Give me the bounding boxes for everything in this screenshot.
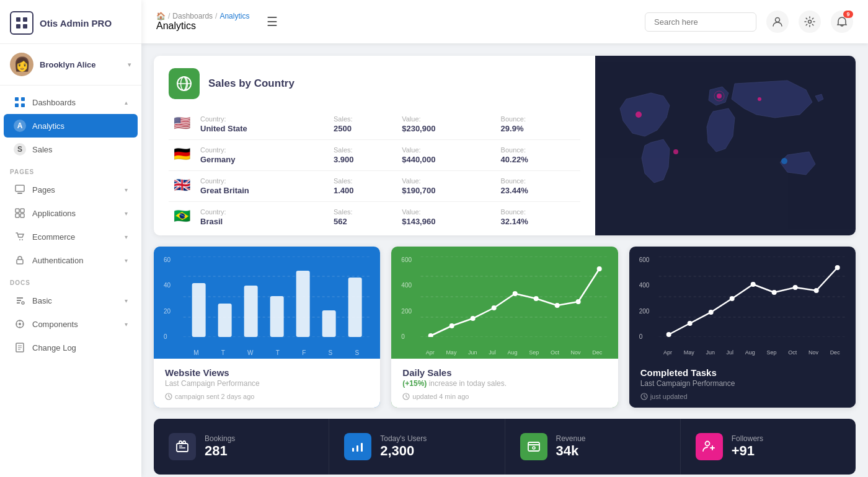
settings-button[interactable] — [799, 11, 821, 33]
svg-point-73 — [835, 265, 839, 270]
svg-rect-0 — [16, 17, 20, 22]
sidebar-item-ecommerce[interactable]: Ecommerce ▾ — [4, 225, 138, 248]
country-value-cell: Value: $143,960 — [397, 202, 495, 233]
svg-rect-6 — [15, 103, 19, 107]
svg-point-55 — [534, 296, 539, 301]
components-icon — [14, 318, 26, 330]
sidebar-item-analytics[interactable]: A Analytics — [4, 114, 138, 138]
completed-tasks-y-labels: 600 400 200 0 — [639, 256, 650, 340]
sidebar-item-applications[interactable]: Applications ▾ — [4, 201, 138, 225]
sidebar-user[interactable]: 👩 Brooklyn Alice ▾ — [0, 44, 141, 85]
svg-rect-9 — [17, 193, 22, 194]
svg-point-57 — [576, 299, 581, 304]
followers-icon — [696, 433, 723, 460]
stat-bookings: Bookings 281 — [154, 419, 329, 475]
svg-point-31 — [673, 149, 678, 154]
svg-point-26 — [636, 112, 642, 118]
svg-point-56 — [555, 303, 560, 308]
svg-rect-40 — [270, 296, 284, 337]
bookings-icon — [169, 433, 196, 460]
daily-sales-footer: Daily Sales (+15%) increase in today sal… — [391, 359, 618, 408]
table-row: 🇩🇪 Country: Germany Sales: 3.900 Value: … — [169, 140, 580, 171]
bookings-value: 281 — [205, 443, 235, 459]
website-views-card: 60 40 20 0 — [154, 247, 380, 408]
user-profile-button[interactable] — [766, 11, 789, 33]
sidebar-item-components[interactable]: Components ▾ — [4, 312, 138, 336]
svg-rect-43 — [348, 278, 362, 337]
country-flag: 🇩🇪 — [169, 140, 195, 171]
svg-point-14 — [19, 239, 20, 240]
svg-point-21 — [776, 18, 780, 22]
today-users-value: 2,300 — [380, 443, 427, 459]
country-flag: 🇺🇸 — [169, 109, 195, 140]
country-bounce-cell: Bounce: 29.9% — [496, 109, 580, 140]
daily-sales-subtitle: (+15%) increase in today sales. — [402, 379, 606, 388]
sidebar-dashboards-label: Dashboards — [32, 98, 118, 107]
sidebar-item-sales[interactable]: S Sales — [4, 138, 138, 161]
revenue-value: 34k — [556, 443, 586, 459]
sidebar: Otis Admin PRO 👩 Brooklyn Alice ▾ Dashbo… — [0, 0, 141, 477]
sales-country-title: Sales by Country — [208, 77, 294, 90]
completed-tasks-chart-area: 600 400 200 0 — [629, 247, 856, 359]
docs-section-label: DOCS — [0, 272, 141, 289]
pages-icon — [14, 183, 26, 196]
sidebar-changelog-label: Change Log — [32, 343, 128, 352]
svg-point-69 — [750, 282, 755, 287]
svg-rect-41 — [296, 271, 310, 337]
sidebar-item-authentication[interactable]: Authentication ▾ — [4, 248, 138, 272]
svg-point-67 — [708, 310, 713, 315]
svg-point-22 — [808, 20, 812, 24]
applications-icon — [14, 207, 26, 219]
user-chevron-icon: ▾ — [128, 61, 131, 69]
svg-rect-37 — [192, 283, 206, 337]
website-views-footer: Website Views Last Campaign Performance … — [154, 359, 380, 408]
svg-rect-42 — [322, 310, 336, 337]
country-bounce-cell: Bounce: 40.22% — [496, 140, 580, 171]
svg-point-68 — [729, 296, 734, 301]
svg-point-53 — [492, 305, 497, 310]
svg-rect-16 — [17, 260, 23, 264]
svg-point-28 — [758, 97, 761, 101]
daily-sales-time: updated 4 min ago — [402, 393, 606, 400]
revenue-icon — [520, 433, 547, 460]
sales-country-card: Sales by Country 🇺🇸 Country: United Stat… — [154, 56, 856, 235]
sidebar-analytics-label: Analytics — [32, 121, 128, 131]
completed-tasks-card: 600 400 200 0 — [629, 247, 856, 408]
svg-point-58 — [597, 266, 602, 271]
basic-chevron-icon: ▾ — [125, 297, 128, 304]
svg-rect-12 — [16, 214, 19, 217]
breadcrumb-current: Analytics — [219, 12, 249, 20]
svg-point-71 — [792, 285, 797, 290]
svg-rect-13 — [20, 214, 24, 217]
daily-sales-time-label: updated 4 min ago — [412, 393, 469, 400]
sidebar-item-dashboards[interactable]: Dashboards ▴ — [4, 90, 138, 114]
revenue-info: Revenue 34k — [556, 434, 586, 459]
svg-point-65 — [666, 332, 671, 337]
hamburger-button[interactable]: ☰ — [267, 14, 278, 29]
user-name: Brooklyn Alice — [40, 60, 122, 69]
basic-icon — [14, 294, 26, 307]
globe-icon — [169, 68, 200, 99]
svg-rect-78 — [361, 443, 363, 452]
authentication-chevron-icon: ▾ — [125, 257, 128, 264]
authentication-icon — [14, 254, 26, 266]
sidebar-nav: Dashboards ▴ A Analytics S Sales PAGES P… — [0, 85, 141, 477]
svg-rect-77 — [356, 445, 358, 452]
country-sales-cell: Sales: 562 — [329, 202, 397, 233]
notification-badge: 9 — [843, 11, 853, 18]
sidebar-item-pages[interactable]: Pages ▾ — [4, 178, 138, 201]
svg-point-15 — [22, 239, 23, 240]
stat-today-users: Today's Users 2,300 — [329, 419, 505, 475]
sales-country-table-section: Sales by Country 🇺🇸 Country: United Stat… — [154, 56, 595, 235]
daily-sales-title: Daily Sales — [402, 367, 606, 378]
completed-tasks-footer: Completed Tasks Last Campaign Performanc… — [629, 359, 856, 408]
country-value-cell: Value: $190,700 — [397, 171, 495, 202]
analytics-letter: A — [14, 120, 26, 132]
notifications-button[interactable]: 9 — [831, 11, 853, 33]
sidebar-item-basic[interactable]: Basic ▾ — [4, 289, 138, 312]
stat-followers: Followers +91 — [681, 419, 856, 475]
completed-tasks-title: Completed Tasks — [640, 367, 844, 378]
avatar: 👩 — [10, 53, 33, 76]
search-input[interactable] — [645, 12, 756, 32]
sidebar-item-changelog[interactable]: Change Log — [4, 336, 138, 359]
